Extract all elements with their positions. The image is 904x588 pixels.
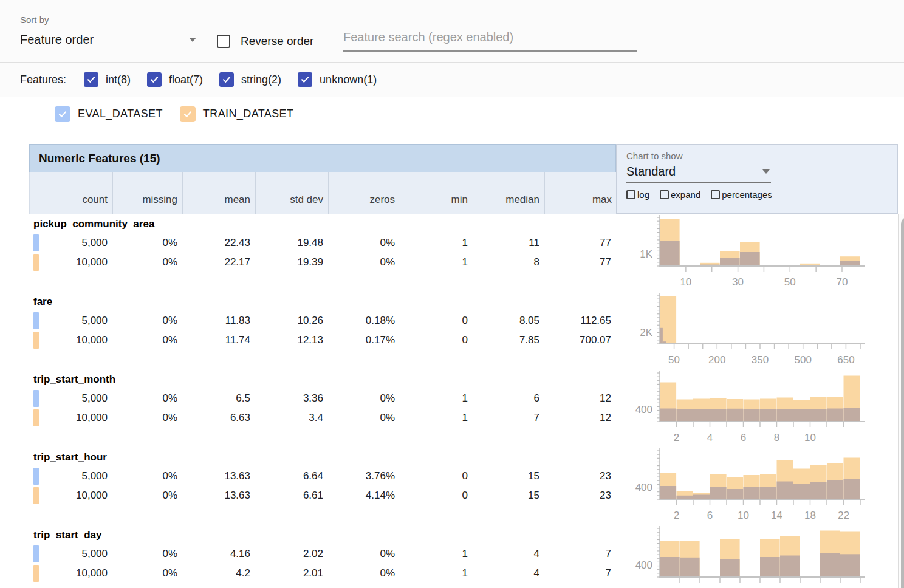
stat-value: 23 [544,490,616,502]
stat-value: 5,000 [29,392,112,405]
stat-value: 0% [112,392,182,405]
reverse-order-checkbox[interactable] [217,35,230,48]
check-icon [183,109,193,119]
stat-value: 10,000 [29,490,112,502]
svg-text:200: 200 [708,354,725,366]
dataset-checkbox[interactable] [55,106,70,122]
feature-type-filter[interactable]: float(7) [147,72,203,87]
stat-value: 6 [473,392,544,405]
table-title: Numeric Features (15) [29,144,616,172]
stat-value: 0% [112,470,182,482]
stat-value: 1 [400,392,473,405]
stat-value: 6.63 [182,412,255,424]
svg-text:2: 2 [674,432,679,443]
svg-text:10: 10 [738,510,749,521]
eval-stats-row: 5,0000%11.8310.260.18%08.05112.65 [29,311,616,330]
svg-text:10: 10 [680,276,691,288]
col-zeros: zeros [329,172,400,214]
svg-text:30: 30 [732,276,744,288]
feature-type-filter[interactable]: string(2) [219,72,281,87]
type-checkbox[interactable] [147,72,162,87]
stat-value: 1 [400,548,473,560]
stat-value: 0% [112,490,182,502]
svg-text:2: 2 [674,510,679,521]
feature-type-filter[interactable]: unknown(1) [298,72,377,87]
stat-value: 3.76% [328,470,400,482]
sort-by-dropdown[interactable]: Feature order [20,33,196,53]
search-input[interactable] [343,30,637,52]
dataset-checkbox[interactable] [180,106,196,122]
feature-histogram: 2610141822400 [616,447,881,525]
stat-value: 13.63 [182,470,255,482]
reverse-order-label: Reverse order [241,35,313,48]
chart-type-dropdown[interactable]: Standard [626,161,771,183]
train-color-swatch [33,487,39,504]
check-icon [149,75,159,84]
svg-text:22: 22 [838,510,849,521]
stat-value: 13.63 [182,490,255,502]
stat-value: 0 [400,334,473,346]
histogram-svg: 400 [616,525,881,588]
stat-value: 10,000 [29,334,112,346]
stat-value: 1 [400,256,473,268]
type-checkbox[interactable] [219,72,234,87]
feature-row: fare 5,0000%11.8310.260.18%08.05112.65 1… [29,292,898,369]
stat-value: 12 [544,392,616,405]
expand-checkbox[interactable] [660,190,669,199]
stat-value: 0% [112,256,182,268]
svg-text:4: 4 [707,432,713,443]
col-mean: mean [183,172,256,214]
feature-type-filter[interactable]: int(8) [84,72,131,87]
train-color-swatch [33,409,39,426]
dataset-toggle-eval_dataset[interactable]: EVAL_DATASET [55,106,163,122]
stat-value: 6.64 [255,470,328,482]
stat-value: 2.02 [255,548,328,560]
scrollbar-thumb[interactable] [901,217,904,588]
svg-text:500: 500 [795,354,812,366]
svg-text:2K: 2K [640,327,652,338]
stat-value: 0% [112,237,182,249]
feature-histogram: 400 [616,525,881,588]
chart-to-show-panel: Chart to show Standard log expand percen… [616,144,898,214]
eval-color-swatch [33,390,39,407]
toolbar: Sort by Feature order Reverse order [0,0,904,63]
stat-value: 0 [400,315,473,327]
stat-value: 0% [328,412,400,424]
stat-value: 1 [400,567,473,579]
stat-value: 12 [544,412,616,424]
percentages-checkbox[interactable] [711,190,720,199]
stat-value: 0 [400,470,473,482]
svg-text:14: 14 [771,510,782,521]
train-stats-row: 10,0000%22.1719.390%1877 [29,253,616,272]
stat-value: 5,000 [29,237,112,249]
col-median: median [473,172,545,214]
stat-value: 10,000 [29,256,112,268]
stat-value: 112.65 [544,315,616,327]
check-icon [58,109,67,119]
type-checkbox[interactable] [84,72,98,87]
stat-value: 5,000 [29,315,112,327]
stat-value: 0% [112,315,182,327]
log-checkbox[interactable] [626,190,635,199]
stat-value: 4.2 [182,567,255,579]
chart-to-show-label: Chart to show [626,151,897,161]
stat-value: 19.39 [255,256,328,268]
stat-value: 7 [473,412,544,424]
stat-value: 10.26 [255,315,328,327]
stat-value: 0% [328,237,400,249]
check-icon [86,75,96,84]
type-label: unknown(1) [320,74,377,86]
type-checkbox[interactable] [298,72,312,87]
feature-row: pickup_community_area 5,0000%22.4319.480… [29,214,898,292]
eval-stats-row: 5,0000%4.162.020%147 [29,544,616,564]
histogram-svg: 246810400 [616,369,881,447]
stat-value: 77 [544,256,616,268]
svg-text:400: 400 [635,559,652,571]
type-label: float(7) [169,74,203,86]
sort-by-label: Sort by [20,15,49,25]
stat-value: 0% [112,548,182,560]
dataset-toggle-train_dataset[interactable]: TRAIN_DATASET [180,106,294,122]
stat-value: 4 [473,548,544,560]
type-label: string(2) [241,74,281,86]
stat-value: 0% [112,334,182,346]
